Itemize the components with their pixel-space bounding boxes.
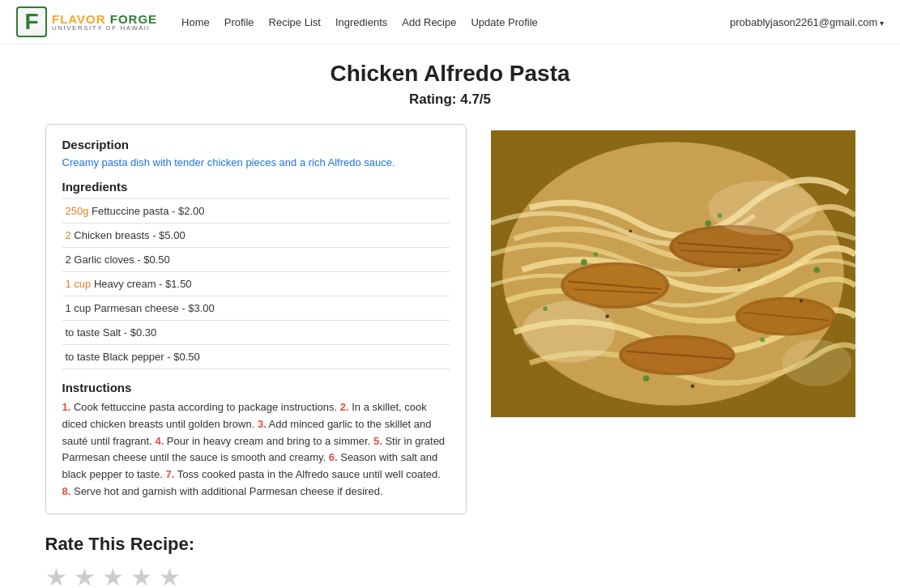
instructions-heading: Instructions [62,381,450,394]
svg-point-29 [690,384,694,388]
svg-point-19 [581,259,587,266]
svg-point-30 [629,229,632,232]
recipe-rating: Rating: 4.7/5 [45,92,855,108]
page-content: Chicken Alfredo Pasta Rating: 4.7/5 Desc… [21,45,880,588]
svg-point-22 [717,213,722,218]
logo-forge: FORGE [110,12,157,26]
svg-point-23 [642,375,649,381]
nav-profile[interactable]: Profile [224,16,254,28]
svg-point-26 [543,306,548,311]
nav-recipe-list[interactable]: Recipe List [269,16,321,28]
svg-point-24 [760,338,765,343]
ingredient-4: 1 cup Heavy cream - $1.50 [62,272,450,296]
recipe-image-container [491,124,855,424]
svg-point-31 [800,300,803,303]
svg-point-16 [522,301,615,364]
recipe-title: Chicken Alfredo Pasta [45,61,855,87]
svg-point-21 [705,220,711,227]
ingredient-7: to taste Black pepper - $0.50 [62,345,450,369]
star-2[interactable]: ★ [74,563,96,588]
logo-flavor: FLAVOR [52,12,110,26]
nav-home[interactable]: Home [181,16,210,28]
nav-ingredients[interactable]: Ingredients [335,16,387,28]
svg-point-28 [737,268,740,271]
svg-point-25 [813,266,820,273]
svg-point-20 [593,252,598,257]
ingredient-1: 250g Fettuccine pasta - $2.00 [62,198,450,224]
nav-links: Home Profile Recipe List Ingredients Add… [181,16,730,28]
ingredients-list: 250g Fettuccine pasta - $2.00 2 Chicken … [62,198,450,369]
rate-title: Rate This Recipe: [45,534,855,555]
recipe-details-panel: Description Creamy pasta dish with tende… [45,124,467,514]
ingredient-2: 2 Chicken breasts - $5.00 [62,224,450,248]
logo-f-letter: F [16,6,47,37]
ingredient-3: 2 Garlic cloves - $0.50 [62,248,450,272]
ingredient-5: 1 cup Parmesan cheese - $3.00 [62,296,450,321]
ingredients-heading: Ingredients [62,180,450,194]
logo: F FLAVOR FORGE UNIVERSITY OF HAWAII [16,6,157,37]
logo-subtitle: UNIVERSITY OF HAWAII [52,25,157,32]
star-4[interactable]: ★ [130,563,152,588]
navbar: F FLAVOR FORGE UNIVERSITY OF HAWAII Home… [0,0,900,45]
ingredient-6: to taste Salt - $0.30 [62,321,450,345]
content-row: Description Creamy pasta dish with tende… [45,124,855,514]
logo-text: FLAVOR FORGE UNIVERSITY OF HAWAII [52,13,157,32]
stars-row[interactable]: ★ ★ ★ ★ ★ [45,563,855,588]
logo-title: FLAVOR FORGE [52,13,157,25]
description-text: Creamy pasta dish with tender chicken pi… [62,156,450,168]
star-3[interactable]: ★ [102,563,124,588]
svg-point-18 [782,339,851,386]
rating-section: Rate This Recipe: ★ ★ ★ ★ ★ Selected Rat… [45,534,855,588]
recipe-image-panel [491,124,855,424]
star-1[interactable]: ★ [45,563,67,588]
svg-point-27 [605,314,609,318]
nav-update-profile[interactable]: Update Profile [471,16,537,28]
svg-point-17 [708,181,817,235]
recipe-image [491,124,855,424]
instructions-text: 1. Cook fettuccine pasta according to pa… [62,399,450,501]
star-5[interactable]: ★ [159,563,181,588]
user-email[interactable]: probablyjason2261@gmail.com [730,16,884,28]
description-heading: Description [62,138,450,151]
nav-add-recipe[interactable]: Add Recipe [402,16,456,28]
